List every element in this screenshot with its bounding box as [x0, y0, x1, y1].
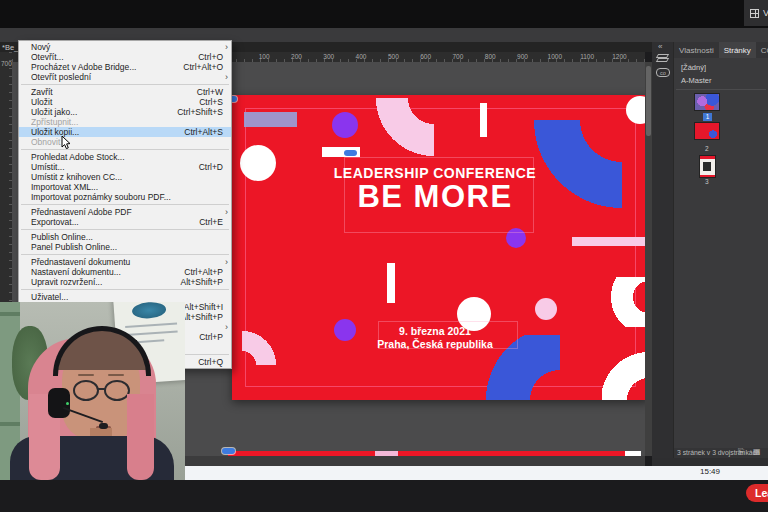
- view-button[interactable]: View: [744, 0, 768, 26]
- file-menu-item[interactable]: Obnovit ›: [19, 137, 231, 147]
- file-menu-item-shortcut: Ctrl+P: [199, 332, 223, 342]
- tab-cc-knihovny[interactable]: CC knihovny: [756, 42, 768, 58]
- file-menu-item[interactable]: Umístit... Ctrl+D ›: [19, 162, 231, 172]
- file-menu-item-label: Panel Publish Online...: [31, 242, 223, 252]
- file-menu-item-shortcut: Ctrl+Q: [198, 357, 223, 367]
- document-tab[interactable]: *Be_: [2, 43, 18, 52]
- panel-bottom-edge: [652, 458, 768, 466]
- file-menu-item-label: Publish Online...: [31, 232, 223, 242]
- panel-separator: [676, 89, 766, 90]
- file-menu-item[interactable]: Zavřít Ctrl+W ›: [19, 87, 231, 97]
- file-menu-item[interactable]: Uložit kopii... Ctrl+Alt+S ›: [19, 127, 231, 137]
- file-menu-item[interactable]: Upravit rozvržení... Alt+Shift+P ›: [19, 277, 231, 287]
- ruler-label: 100: [248, 52, 280, 62]
- file-menu-item[interactable]: Importovat poznámky souboru PDF... ›: [19, 192, 231, 202]
- file-menu-item[interactable]: Nový ›: [19, 42, 231, 52]
- file-menu-item[interactable]: Exportovat... Ctrl+E ›: [19, 217, 231, 227]
- file-menu-item-label: Nastavení dokumentu...: [31, 267, 184, 277]
- panel-icon-strip: [652, 40, 674, 466]
- poster-title[interactable]: BE MORE: [232, 180, 638, 213]
- page-thumbnail-2[interactable]: [695, 123, 719, 139]
- file-menu-item-shortcut: Alt+Shift+P: [180, 312, 223, 322]
- submenu-arrow-icon: ›: [225, 42, 228, 52]
- poster-shape-pink-rect: [572, 237, 649, 246]
- ruler-label: 800: [474, 52, 506, 62]
- poster-date[interactable]: 9. března 2021: [232, 325, 638, 337]
- file-menu-item[interactable]: Uživatel... ›: [19, 292, 231, 302]
- file-menu-item[interactable]: Procházet v Adobe Bridge... Ctrl+Alt+O ›: [19, 62, 231, 72]
- file-menu-item[interactable]: Umístit z knihoven CC... ›: [19, 172, 231, 182]
- file-menu-item[interactable]: Přednastavení Adobe PDF ›: [19, 207, 231, 217]
- poster-shape-purple-circle: [332, 112, 358, 138]
- file-menu-item[interactable]: Prohledat Adobe Stock... ›: [19, 152, 231, 162]
- file-menu-item-label: Uložit kopii...: [31, 127, 184, 137]
- ruler-label: 300: [313, 52, 345, 62]
- cc-libraries-icon[interactable]: co: [656, 68, 670, 77]
- file-menu-item-label: Obnovit: [31, 137, 223, 147]
- ruler-label: 900: [506, 52, 538, 62]
- page-number-2[interactable]: 2: [705, 145, 709, 152]
- file-menu-item-shortcut: Ctrl+Shift+S: [177, 107, 223, 117]
- page-thumbnail-3[interactable]: [700, 156, 715, 177]
- file-menu-item[interactable]: Zpřístupnit... ›: [19, 117, 231, 127]
- tab-vlastnosti[interactable]: Vlastnosti: [674, 42, 719, 58]
- screen: *Be_ 10020030040050060070080090010001100…: [0, 0, 768, 512]
- file-menu-item[interactable]: Otevřít... Ctrl+O ›: [19, 52, 231, 62]
- file-menu-item[interactable]: Uložit jako... Ctrl+Shift+S ›: [19, 107, 231, 117]
- hair: [127, 394, 154, 480]
- poster-place[interactable]: Praha, Česká republika: [232, 338, 638, 350]
- layers-panel-icon[interactable]: [657, 54, 668, 62]
- file-menu-item-label: Přednastavení dokumentu: [31, 257, 223, 267]
- ruler-label: 1100: [571, 52, 603, 62]
- collapse-panels-icon[interactable]: «: [658, 42, 662, 51]
- canvas-vertical-scrollbar-thumb[interactable]: [646, 66, 651, 136]
- ruler-label: 600: [409, 52, 441, 62]
- submenu-arrow-icon: ›: [225, 322, 228, 332]
- file-menu-item-shortcut: Ctrl+W: [197, 87, 223, 97]
- poster-shape-pink-circle-low: [535, 298, 557, 320]
- master-none-item[interactable]: [Žádný]: [681, 63, 706, 72]
- whiteboard-logo: [132, 302, 167, 320]
- poster-shape-pink-ring: [374, 98, 434, 160]
- clock[interactable]: 15:49: [700, 467, 720, 476]
- poster-shape-white-bar: [480, 103, 487, 137]
- file-menu-item-label: Uživatel...: [31, 292, 223, 302]
- ruler-label: 200: [280, 52, 312, 62]
- page-number-1[interactable]: 1: [703, 113, 712, 121]
- tab-stranky[interactable]: Stránky: [719, 42, 756, 58]
- ruler-label: 500: [377, 52, 409, 62]
- file-menu-item[interactable]: Přednastavení dokumentu ›: [19, 257, 231, 267]
- master-a-item[interactable]: A-Master: [681, 76, 711, 85]
- file-menu-item[interactable]: Otevřít poslední ›: [19, 72, 231, 82]
- file-menu-item[interactable]: Importovat XML... ›: [19, 182, 231, 192]
- file-menu-item[interactable]: Panel Publish Online... ›: [19, 242, 231, 252]
- link-badge: [344, 150, 357, 156]
- submenu-arrow-icon: ›: [225, 207, 228, 217]
- file-menu-item-shortcut: Ctrl+Alt+P: [184, 267, 223, 277]
- file-menu-item-shortcut: Ctrl+S: [199, 97, 223, 107]
- poster-shape-white-ring-corner: [602, 345, 649, 400]
- file-menu-item-label: Procházet v Adobe Bridge...: [31, 62, 183, 72]
- leave-button[interactable]: Leave: [746, 484, 768, 502]
- panel-tabs: Vlastnosti Stránky CC knihovny: [674, 40, 768, 58]
- file-menu-item[interactable]: Publish Online... ›: [19, 232, 231, 242]
- poster-page[interactable]: LEADERSHIP CONFERENCE BE MORE 9. března …: [232, 95, 649, 400]
- submenu-arrow-icon: ›: [225, 72, 228, 82]
- poster-shape-white-bar-mid: [387, 263, 395, 303]
- grid-view-icon: [750, 9, 759, 18]
- file-menu-item-label: Přednastavení Adobe PDF: [31, 207, 223, 217]
- file-menu-item-label: Importovat poznámky souboru PDF...: [31, 192, 223, 202]
- panel-options-icon[interactable]: ▦: [753, 447, 761, 456]
- page-thumbnail-1[interactable]: [695, 94, 719, 110]
- file-menu-item[interactable]: Uložit Ctrl+S ›: [19, 97, 231, 107]
- page-number-3[interactable]: 3: [705, 178, 709, 185]
- file-menu-item-label: Uložit jako...: [31, 107, 177, 117]
- file-menu-item-label: Exportovat...: [31, 217, 199, 227]
- file-menu-item-label: Otevřít...: [31, 52, 198, 62]
- file-menu-item-shortcut: Ctrl+E: [199, 217, 223, 227]
- webcam-video: [0, 302, 185, 480]
- new-page-icon[interactable]: ⎘: [738, 447, 744, 457]
- file-menu-item[interactable]: Nastavení dokumentu... Ctrl+Alt+P ›: [19, 267, 231, 277]
- file-menu-item-label: Otevřít poslední: [31, 72, 223, 82]
- file-menu-item-label: Importovat XML...: [31, 182, 223, 192]
